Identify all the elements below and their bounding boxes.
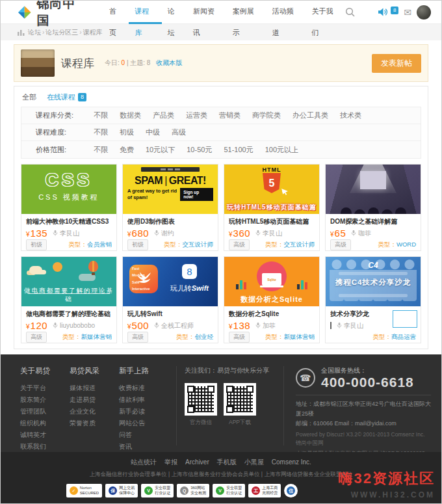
nav-item[interactable]: 首页 bbox=[103, 1, 129, 24]
tab-all[interactable]: 全部 bbox=[22, 92, 36, 102]
course-card[interactable]: CSSCSS 视频教程前端大神教你10天精通CSS3¥135李艮山初级类型：会员… bbox=[21, 164, 117, 251]
course-card[interactable]: DOM探索之基础详解篇¥65咖菲高级类型：WORD bbox=[325, 164, 421, 251]
filter-option[interactable]: 不限 bbox=[88, 127, 114, 137]
course-card[interactable]: HTML5玩转HTML5移动页面基础篇玩转HTML5移动页面基础篇¥360李艮山… bbox=[224, 164, 320, 251]
author-name[interactable]: 谢约 bbox=[161, 229, 174, 238]
filter-option[interactable]: 技术类 bbox=[334, 111, 367, 120]
type-link[interactable]: 新媒体营销 bbox=[284, 333, 315, 340]
course-card[interactable]: Sqlite数据分析之Sqlite数据分析之Sqlite¥138加菲高级类型：新… bbox=[224, 256, 320, 343]
filter-option[interactable]: 数据类 bbox=[114, 111, 147, 120]
bottom-link[interactable]: Comsenz Inc. bbox=[272, 458, 311, 466]
filter-option[interactable]: 100元以上 bbox=[259, 145, 304, 155]
breadcrumb-item[interactable]: 课程库 bbox=[83, 29, 103, 36]
avatar[interactable] bbox=[417, 5, 431, 20]
breadcrumb-item[interactable]: 论坛 bbox=[28, 29, 41, 36]
course-card[interactable]: SPAM|GREAT!A great way to get rid of spa… bbox=[122, 164, 218, 251]
type-link[interactable]: 会员营销 bbox=[87, 241, 112, 248]
cert-badge[interactable]: 信 bbox=[284, 484, 298, 497]
author-name[interactable]: 李艮山 bbox=[60, 229, 79, 238]
nav-item[interactable]: 新闻资讯 bbox=[187, 1, 227, 24]
type-link[interactable]: 创业经 bbox=[195, 333, 214, 340]
breadcrumb-item[interactable]: 论坛分区三 bbox=[46, 29, 78, 36]
type-link[interactable]: WORD bbox=[396, 241, 416, 248]
footer-link[interactable]: 诚聘英才 bbox=[20, 429, 70, 441]
nav-item[interactable]: 课程库 bbox=[129, 1, 161, 24]
filter-option[interactable]: 产品类 bbox=[147, 111, 180, 120]
course-title[interactable]: 使用D3制作图表 bbox=[127, 217, 213, 226]
filter-option[interactable]: 高级 bbox=[166, 127, 192, 137]
footer-link[interactable]: 荣誉资质 bbox=[70, 418, 119, 429]
bottom-link[interactable]: 举报 bbox=[164, 458, 177, 466]
footer-link[interactable]: 借款利率 bbox=[119, 394, 168, 406]
filter-option[interactable]: 营销类 bbox=[213, 111, 246, 120]
course-title[interactable]: 数据分析之Sqlite bbox=[229, 310, 315, 319]
filter-option[interactable]: 办公工具类 bbox=[287, 111, 334, 120]
footer-link[interactable]: 联系我们 bbox=[20, 441, 70, 453]
footer-link[interactable]: 股东简介 bbox=[20, 394, 70, 406]
type-link[interactable]: 交互设计师 bbox=[183, 241, 214, 248]
author-name[interactable]: 全栈工程师 bbox=[161, 321, 194, 330]
bottom-link[interactable]: 站点统计 bbox=[131, 458, 157, 466]
cert-badge[interactable]: V安全联盟行业认证 bbox=[141, 484, 174, 497]
logo[interactable]: 锦尚中国 bbox=[16, 0, 88, 29]
footer-link[interactable]: 资讯 bbox=[119, 441, 168, 453]
filter-option[interactable]: 免费 bbox=[114, 145, 140, 155]
footer-link[interactable]: 关于平台 bbox=[20, 382, 70, 394]
filter-option[interactable]: 商学院类 bbox=[246, 111, 287, 120]
forum-icon[interactable] bbox=[18, 29, 25, 36]
bottom-link[interactable]: 手机版 bbox=[217, 458, 237, 466]
mail-icon[interactable]: ✉ bbox=[404, 7, 411, 18]
nav-item[interactable]: 关于我们 bbox=[306, 1, 345, 24]
filter-option[interactable]: 51-100元 bbox=[218, 145, 259, 155]
footer-link[interactable]: 走进易贷 bbox=[70, 394, 119, 406]
search-icon[interactable] bbox=[345, 7, 355, 17]
filter-option[interactable]: 10-50元 bbox=[181, 145, 218, 155]
cert-badge[interactable]: V安全联盟行业认证 bbox=[213, 484, 245, 497]
filter-option[interactable]: 不限 bbox=[88, 111, 114, 120]
author-name[interactable]: 李艮山 bbox=[263, 229, 282, 238]
author-name[interactable]: 李艮山 bbox=[344, 321, 363, 330]
cert-badge[interactable]: 保网上交易保障中心 bbox=[105, 484, 138, 497]
signup-button[interactable]: Sign up now! bbox=[180, 188, 213, 201]
notification-badge[interactable]: 8 bbox=[391, 7, 398, 14]
cert-badge[interactable]: 工上海工商亮照经营 bbox=[248, 484, 281, 497]
nav-item[interactable]: 论坛 bbox=[162, 1, 187, 24]
filter-option[interactable]: 初级 bbox=[114, 127, 140, 137]
footer-link[interactable]: 新手必读 bbox=[119, 406, 168, 418]
author-name[interactable]: 加菲 bbox=[263, 321, 276, 330]
course-card[interactable]: FastModernSafeInteractive8玩儿转Swift玩儿转Swi… bbox=[122, 256, 218, 343]
course-title[interactable]: DOM探索之基础详解篇 bbox=[330, 217, 416, 226]
filter-option[interactable]: 运营类 bbox=[180, 111, 213, 120]
footer-link[interactable]: 企业文化 bbox=[70, 406, 119, 418]
course-title[interactable]: 玩儿转Swift bbox=[127, 310, 213, 319]
speaker-icon[interactable] bbox=[378, 8, 388, 16]
type-link[interactable]: 新媒体营销 bbox=[81, 333, 112, 340]
nav-item[interactable]: 活动频道 bbox=[266, 1, 306, 24]
footer-link[interactable]: 管理团队 bbox=[20, 406, 70, 418]
course-title[interactable]: 前端大神教你10天精通CSS3 bbox=[26, 217, 112, 226]
footer-link[interactable]: 收费标准 bbox=[119, 382, 168, 394]
type-link[interactable]: 商品运营 bbox=[391, 333, 416, 340]
author-name[interactable]: liuyubobobo bbox=[60, 322, 95, 329]
cert-badge[interactable]: Q360网站安全检测 bbox=[177, 484, 209, 497]
course-title[interactable]: 玩转HTML5移动页面基础篇 bbox=[229, 217, 315, 226]
bottom-link[interactable]: Archiver bbox=[185, 458, 209, 466]
filter-option[interactable]: 中级 bbox=[140, 127, 166, 137]
course-title[interactable]: 做电商都需要了解的理论基础 bbox=[26, 310, 112, 319]
filter-option[interactable]: 10元以下 bbox=[140, 145, 181, 155]
favorite-board-link[interactable]: 收藏本版 bbox=[156, 59, 182, 66]
author-name[interactable]: 咖菲 bbox=[358, 229, 371, 238]
cert-badge[interactable]: ✓NortonSECURED bbox=[66, 484, 102, 497]
course-card[interactable]: C4携程C4技术分享沙龙技术分享沙龙李艮山类型：商品运营 bbox=[325, 256, 421, 343]
footer-link[interactable]: 问答 bbox=[119, 429, 168, 441]
nav-item[interactable]: 案例展示 bbox=[227, 1, 266, 24]
bottom-link[interactable]: 小黑屋 bbox=[244, 458, 264, 466]
course-card[interactable]: 做电商都需要了解的理论基础做电商都需要了解的理论基础¥120liuyubobob… bbox=[21, 256, 117, 343]
footer-link[interactable]: 组织机构 bbox=[20, 418, 70, 429]
type-link[interactable]: 交互设计师 bbox=[284, 241, 315, 248]
tab-online-courses[interactable]: 在线课程 8 bbox=[47, 92, 86, 102]
filter-option[interactable]: 不限 bbox=[88, 145, 114, 155]
new-post-button[interactable]: 发表新帖 bbox=[372, 54, 421, 73]
footer-link[interactable]: 网站公告 bbox=[119, 418, 168, 429]
footer-link[interactable]: 媒体报道 bbox=[70, 382, 119, 394]
